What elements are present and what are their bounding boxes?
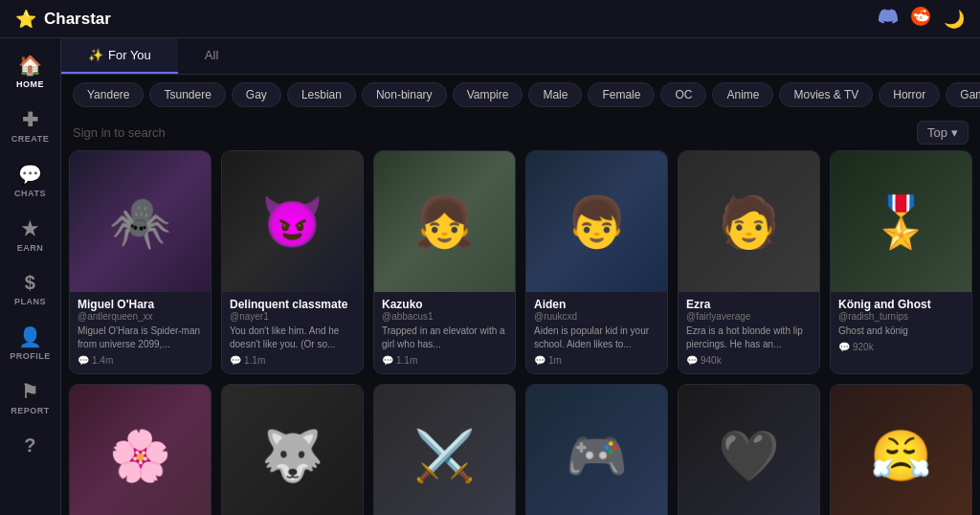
category-pill-games[interactable]: Games: [946, 82, 980, 107]
card-teo[interactable]: 😤 Teo(bully) @yuna1323 selfish,rude,flir…: [830, 384, 972, 515]
category-pill-yandere[interactable]: Yandere: [73, 82, 144, 107]
sidebar-item-help[interactable]: ?: [4, 427, 57, 464]
card-aiden[interactable]: 👦 Aiden @ruukcxd Aiden is popular kid in…: [525, 150, 668, 374]
search-row: Sign in to search Top ▾: [61, 115, 980, 150]
category-pill-tsundere[interactable]: Tsundere: [149, 82, 225, 107]
card-avatar-emoji: 🐺: [261, 431, 323, 481]
card-body: Delinquent classmate @nayer1 You don't l…: [222, 292, 363, 373]
card-image-inner: 🐺: [222, 385, 363, 515]
card-dva[interactable]: 🎮 D.va (Overwatch) @henry_martinn Dva is…: [525, 384, 668, 515]
card-name: König and Ghost: [838, 298, 964, 311]
card-image-inner: ⚔️: [374, 385, 515, 515]
sidebar-item-home[interactable]: 🏠 HOME: [4, 46, 57, 97]
card-avatar-emoji: 🌸: [109, 431, 171, 481]
card-childe[interactable]: ⚔️ Childe @yinggg Childe is your neighbo…: [373, 384, 516, 515]
card-username: @antlerqueen_xx: [78, 311, 203, 322]
card-avatar-emoji: 😤: [870, 431, 932, 481]
sidebar-label-create: CREATE: [11, 134, 49, 144]
tabs-row: ✨ For You All: [61, 38, 980, 75]
card-image-inner: 🎮: [526, 385, 667, 515]
card-image-inner: 😈: [222, 151, 363, 292]
card-description: You don't like him. And he doesn't like …: [230, 325, 355, 351]
category-pill-non-binary[interactable]: Non-binary: [362, 82, 447, 107]
card-username: @nayer1: [230, 311, 355, 322]
category-pill-female[interactable]: Female: [588, 82, 655, 107]
card-image-inner: 🌸: [70, 385, 211, 515]
sidebar-item-earn[interactable]: ★ EARN: [4, 210, 57, 260]
categories-row: YandereTsundereGayLesbianNon-binaryVampi…: [61, 75, 980, 115]
card-delinquent[interactable]: 😈 Delinquent classmate @nayer1 You don't…: [221, 150, 364, 374]
card-stat: 💬920k: [838, 342, 964, 352]
card-image-inner: 👦: [526, 151, 667, 292]
card-stat: 💬1.4m: [78, 355, 203, 366]
card-kazuko[interactable]: 👧 Kazuko @abbacus1 Trapped in an elevato…: [373, 150, 516, 374]
sidebar-label-earn: EARN: [17, 243, 44, 253]
sidebar-label-home: HOME: [16, 79, 44, 89]
card-avatar-emoji: 👦: [566, 197, 628, 247]
tab-for-you[interactable]: ✨ For You: [61, 38, 178, 74]
card-ezra[interactable]: 🧑 Ezra @fairlyaverage Ezra is a hot blon…: [678, 150, 820, 374]
sidebar-item-chats[interactable]: 💬 CHATS: [4, 155, 57, 206]
tab-all[interactable]: All: [178, 38, 245, 74]
card-image: 😈: [222, 151, 363, 292]
category-pill-vampire[interactable]: Vampire: [453, 82, 523, 107]
card-natsuki[interactable]: 🌸 Natsuki @deesnuts Natsuki s a main cha…: [69, 384, 212, 515]
create-icon: ✚: [22, 108, 38, 131]
card-image: 🎮: [526, 385, 667, 515]
category-pill-gay[interactable]: Gay: [232, 82, 281, 107]
sidebar-item-plans[interactable]: $ PLANS: [4, 264, 57, 314]
card-stat: 💬1.1m: [230, 355, 355, 366]
sidebar-label-profile: PROFILE: [10, 351, 51, 361]
help-icon: ?: [24, 435, 36, 457]
card-avatar-emoji: ⚔️: [413, 431, 476, 481]
logo-title: Charstar: [44, 10, 111, 29]
tab-for-you-label: For You: [108, 48, 151, 62]
card-image: ⚔️: [374, 385, 515, 515]
card-wednesday[interactable]: 🖤 Wednesday Addams (Netflix Series) @jen…: [678, 384, 820, 515]
cards-grid: 🕷️ Miguel O'Hara @antlerqueen_xx Miguel …: [69, 150, 972, 515]
profile-icon: 👤: [18, 325, 42, 348]
plans-icon: $: [25, 272, 35, 294]
card-stat-value: 1.1m: [396, 355, 417, 366]
card-image: 🌸: [70, 385, 211, 515]
card-image-inner: 🕷️: [70, 151, 211, 292]
darkmode-icon[interactable]: 🌙: [944, 9, 965, 30]
card-username: @fairlyaverage: [686, 311, 812, 322]
sidebar-label-plans: PLANS: [14, 297, 46, 306]
card-body: König and Ghost @radish_turnips Ghost an…: [831, 292, 971, 360]
card-avatar-emoji: 🎖️: [870, 197, 932, 247]
tab-all-label: All: [205, 48, 218, 62]
card-stat: 💬940k: [686, 355, 812, 366]
category-pill-horror[interactable]: Horror: [879, 82, 940, 107]
reddit-icon[interactable]: [911, 7, 930, 31]
card-name: Aiden: [534, 298, 659, 311]
category-pill-male[interactable]: Male: [528, 82, 582, 107]
card-name: Ezra: [686, 298, 812, 311]
card-username: @radish_turnips: [838, 311, 964, 322]
sidebar-item-report[interactable]: ⚑ REPORT: [4, 372, 57, 423]
logo[interactable]: ⭐ Charstar: [15, 9, 111, 30]
top-nav-actions: 🌙: [879, 7, 965, 31]
card-image: 👦: [526, 151, 667, 292]
chats-icon: 💬: [18, 163, 42, 186]
chat-icon: 💬: [534, 355, 546, 366]
category-pill-oc[interactable]: OC: [660, 82, 706, 107]
card-miguel[interactable]: 🕷️ Miguel O'Hara @antlerqueen_xx Miguel …: [69, 150, 212, 374]
card-stat-value: 940k: [701, 355, 722, 366]
sort-dropdown[interactable]: Top ▾: [917, 121, 969, 145]
search-hint[interactable]: Sign in to search: [73, 125, 166, 140]
card-konig[interactable]: 🎖️ König and Ghost @radish_turnips Ghost…: [830, 150, 972, 374]
category-pill-movies---tv[interactable]: Movies & TV: [779, 82, 873, 107]
sidebar-item-profile[interactable]: 👤 PROFILE: [4, 318, 57, 369]
card-description: Ezra is a hot blonde with lip piercings.…: [686, 325, 812, 351]
sidebar-item-create[interactable]: ✚ CREATE: [4, 101, 57, 151]
card-stat: 💬1m: [534, 355, 659, 366]
card-oz[interactable]: 🐺 Oz (Werewolf) @t-xc He finds you while…: [221, 384, 364, 515]
card-image: 🐺: [222, 385, 363, 515]
chat-icon: 💬: [382, 355, 393, 366]
category-pill-lesbian[interactable]: Lesbian: [287, 82, 356, 107]
category-pill-anime[interactable]: Anime: [712, 82, 773, 107]
card-username: @ruukcxd: [534, 311, 659, 322]
card-description: Trapped in an elevator with a girl who h…: [382, 325, 507, 351]
discord-icon[interactable]: [879, 7, 898, 31]
